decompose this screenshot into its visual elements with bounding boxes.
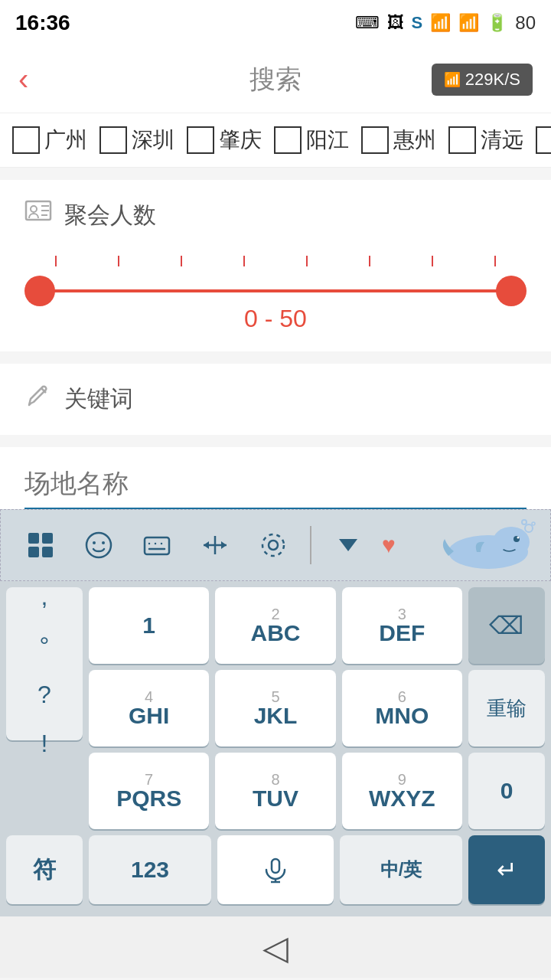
heart-icon: ♥ <box>382 532 396 558</box>
enter-key[interactable]: ↵ <box>468 835 545 904</box>
key-label-tuv: TUV <box>253 787 298 810</box>
key-num-7: 7 <box>145 772 153 787</box>
grid-tool-button[interactable] <box>13 518 68 573</box>
key-label-ghi: GHI <box>129 704 169 727</box>
num123-label: 123 <box>131 858 169 881</box>
col-2: 2 ABC 5 JKL 8 TUV <box>215 587 335 829</box>
wifi-icon-badge: 📶 <box>444 71 461 88</box>
city-item-qingyuan[interactable]: 清远 <box>448 126 523 155</box>
key-ghi[interactable]: 4 GHI <box>89 670 209 746</box>
city-item-huizhou[interactable]: 惠州 <box>361 126 436 155</box>
city-item-guangzhou[interactable]: 广州 <box>12 126 87 155</box>
col-1: 1 4 GHI 7 PQRS <box>89 587 209 829</box>
svg-point-31 <box>532 522 535 525</box>
cursor-tool-button[interactable] <box>187 518 243 573</box>
city-label-qingyuan: 清远 <box>481 126 523 155</box>
settings-tool-button[interactable] <box>246 518 301 573</box>
back-button[interactable]: ‹ <box>18 62 28 96</box>
city-checkbox-qingyuan[interactable] <box>448 126 476 154</box>
key-label-mno: MNO <box>375 704 429 727</box>
slider-track[interactable] <box>40 289 511 292</box>
city-item-yangjiang[interactable]: 阳江 <box>274 126 349 155</box>
reenter-key[interactable]: 重输 <box>468 670 545 746</box>
key-def[interactable]: 3 DEF <box>342 587 462 664</box>
delete-icon: ⌫ <box>489 611 523 640</box>
svg-rect-13 <box>145 537 169 554</box>
keyboard-row-bottom: 符 123 中/英 ↵ <box>6 835 545 904</box>
emoji-tool-button[interactable] <box>71 518 126 573</box>
key-tuv[interactable]: 8 TUV <box>215 753 335 829</box>
slider-thumb-left[interactable] <box>24 276 55 306</box>
keyboard-toolbar: ♥ <box>0 509 551 581</box>
nav-back-icon: ◁ <box>262 929 289 966</box>
dropdown-tool-button[interactable] <box>321 518 376 573</box>
key-num-4: 4 <box>145 689 153 704</box>
city-item-zhaoqing[interactable]: 肇庆 <box>187 126 262 155</box>
city-checkbox-huizhou[interactable] <box>361 126 389 154</box>
photo-icon-status: 🖼 <box>387 13 404 33</box>
svg-point-10 <box>86 533 111 557</box>
page-title: 搜索 <box>249 62 302 97</box>
zero-key[interactable]: 0 <box>468 753 545 829</box>
key-jkl[interactable]: 5 JKL <box>215 670 335 746</box>
svg-point-26 <box>493 527 530 557</box>
city-label-shenzhen: 深圳 <box>132 126 174 155</box>
lang-key[interactable]: 中/英 <box>340 835 462 904</box>
city-filter-row: 广州 深圳 肇庆 阳江 惠州 清远 <box>0 113 551 168</box>
attendees-section: 聚会人数 0 - 50 <box>0 180 551 351</box>
signal-icon-status: 📶 <box>458 13 479 33</box>
attendees-slider-container: 0 - 50 <box>24 248 527 333</box>
city-checkbox-guangzhou[interactable] <box>12 126 40 154</box>
city-item-shenzhen[interactable]: 深圳 <box>99 126 174 155</box>
slider-ticks-top <box>40 256 511 266</box>
symbol-degree: ° <box>40 627 50 664</box>
sogou-icon-status: S <box>412 13 423 33</box>
venue-name-input[interactable] <box>24 459 527 509</box>
keyboard-main: , ° ? ! 1 4 GHI 7 PQRS 2 <box>0 581 551 916</box>
status-icons: ⌨ 🖼 S 📶 📶 🔋 80 <box>355 12 536 34</box>
symbol-key[interactable]: , ° ? ! <box>6 587 83 740</box>
fu-label: 符 <box>33 858 56 881</box>
col-action: ⌫ 重输 0 <box>468 587 545 829</box>
city-item-more[interactable] <box>536 126 551 154</box>
key-label-1: 1 <box>142 614 155 637</box>
symbol-exclaim: ! <box>41 725 48 762</box>
delete-key[interactable]: ⌫ <box>468 587 545 664</box>
key-1[interactable]: 1 <box>89 587 209 664</box>
city-label-yangjiang: 阳江 <box>306 126 349 155</box>
zero-label: 0 <box>500 779 514 802</box>
header: ‹ 搜索 📶 229K/S <box>0 46 551 113</box>
nav-back-button[interactable]: ◁ <box>262 928 289 967</box>
mic-key[interactable] <box>217 835 334 904</box>
svg-point-22 <box>269 541 278 550</box>
num123-key[interactable]: 123 <box>89 835 211 904</box>
city-checkbox-zhaoqing[interactable] <box>187 126 214 154</box>
city-checkbox-shenzhen[interactable] <box>99 126 127 154</box>
city-checkbox-more[interactable] <box>536 126 551 154</box>
svg-marker-24 <box>339 539 357 551</box>
city-label-guangzhou: 广州 <box>44 126 87 155</box>
key-mno[interactable]: 6 MNO <box>342 670 462 746</box>
col-3: 3 DEF 6 MNO 9 WXYZ <box>342 587 462 829</box>
slider-thumb-right[interactable] <box>496 276 527 306</box>
key-wxyz[interactable]: 9 WXYZ <box>342 753 462 829</box>
svg-point-12 <box>102 541 105 544</box>
svg-point-11 <box>93 541 96 544</box>
key-num-3: 3 <box>398 606 406 622</box>
speed-value: 229K/S <box>465 70 520 90</box>
key-pqrs[interactable]: 7 PQRS <box>89 753 209 829</box>
key-abc[interactable]: 2 ABC <box>215 587 335 664</box>
svg-point-29 <box>525 524 533 532</box>
symbol-question: ? <box>37 676 51 713</box>
svg-point-30 <box>522 520 527 524</box>
svg-rect-8 <box>28 547 39 557</box>
svg-marker-20 <box>221 541 227 549</box>
city-checkbox-yangjiang[interactable] <box>274 126 302 154</box>
keyboard-tool-button[interactable] <box>129 518 184 573</box>
svg-marker-19 <box>204 541 209 549</box>
city-label-zhaoqing: 肇庆 <box>219 126 262 155</box>
key-label-abc: ABC <box>250 622 300 645</box>
svg-rect-7 <box>42 533 53 544</box>
keyword-section: 关键词 <box>0 364 551 435</box>
fu-key[interactable]: 符 <box>6 835 83 904</box>
